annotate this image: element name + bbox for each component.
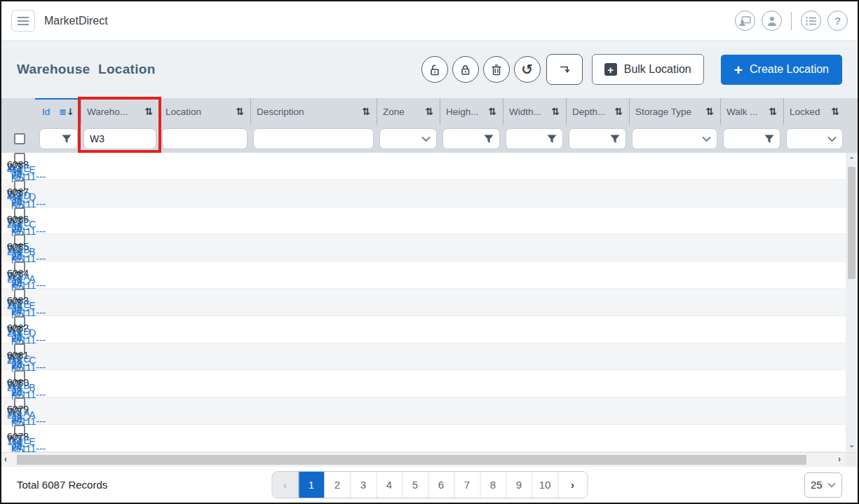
column-header-description[interactable]: Description⇅ [250,98,377,125]
column-label: Locked [790,107,820,117]
header-row: Id≡↓Wareho...⇅Location⇅Description⇅Zone⇅… [1,98,858,125]
chevron-down-icon [827,482,836,488]
column-header-storage_type[interactable]: Storage Type⇅ [629,98,720,125]
funnel-icon [610,135,620,144]
column-label: Width... [509,107,541,117]
page-button-10[interactable]: 10 [532,472,557,498]
filter-input-depth[interactable] [569,128,626,149]
filter-select-locked[interactable] [786,128,843,149]
column-label: Description [257,107,304,117]
topbar-divider [791,12,792,30]
page-size-select[interactable]: 25 [804,472,842,498]
column-label: Location [165,107,201,117]
table-row: 6081W32.1.C2_1_C363624---111---No [1,343,846,371]
column-header-height[interactable]: Heigh...⇅ [440,98,503,125]
page-button-2[interactable]: 2 [324,472,350,498]
filter-select-storage_type[interactable] [632,128,717,149]
filter-value: W3 [90,133,104,144]
page-button-3[interactable]: 3 [350,472,376,498]
page-size-value: 25 [811,479,823,491]
screenshare-button[interactable] [735,11,755,31]
topbar-actions: ? [735,11,848,31]
user-button[interactable] [762,11,782,31]
filter-input-width[interactable] [506,128,563,149]
horizontal-scrollbar[interactable]: ‹ › [1,452,858,467]
vertical-scroll-thumb[interactable] [848,167,855,279]
column-header-warehouse[interactable]: Wareho...⇅ [81,98,159,125]
scroll-left-icon[interactable]: ‹ [4,454,7,464]
page-button-6[interactable]: 6 [428,472,454,498]
table-row: 6080W32.1.B2_1_B363624---111---No [1,370,846,397]
filter-input-description[interactable] [253,128,374,149]
column-label: Storage Type [635,107,691,117]
sort-icon: ⇅ [705,106,714,117]
filter-input-walk[interactable] [723,128,780,149]
brand-title: MarketDirect [44,15,108,27]
sort-icon: ⇅ [362,106,370,117]
scroll-down-icon[interactable]: ⌄ [846,440,858,449]
trash-icon [491,64,502,76]
scroll-up-icon[interactable]: ⌃ [846,156,858,165]
list-button[interactable] [801,11,821,31]
horizontal-scroll-thumb[interactable] [17,455,806,465]
select-all-checkbox[interactable] [14,133,25,144]
column-header-locked[interactable]: Locked⇅ [783,98,846,125]
refresh-button[interactable]: ↺ [514,56,541,83]
refresh-icon: ↺ [521,62,533,76]
column-header-width[interactable]: Width...⇅ [503,98,566,125]
page-button-8[interactable]: 8 [480,472,506,498]
lock-button[interactable] [452,56,479,83]
pagination: ‹12345678910› [271,471,588,498]
filter-select-zone[interactable] [379,128,437,149]
column-header-zone[interactable]: Zone⇅ [377,98,440,125]
page-button-4[interactable]: 4 [376,472,402,498]
help-icon: ? [834,15,841,27]
sort-desc-icon: ≡↓ [59,107,74,117]
page-prev-button[interactable]: ‹ [272,472,298,498]
column-header-walk[interactable]: Walk ...⇅ [720,98,783,125]
column-label: Heigh... [446,107,479,117]
filter-input-height[interactable] [442,128,500,149]
column-label: Walk ... [726,107,758,117]
page-button-1[interactable]: 1 [298,472,324,498]
chevron-down-icon [827,136,837,142]
hamburger-menu-button[interactable] [11,10,35,32]
user-icon [767,16,777,26]
filter-input-id[interactable] [39,128,78,149]
vertical-scrollbar[interactable]: ⌃ ⌄ [846,153,858,452]
lock-icon [459,64,471,76]
create-location-label: Create Location [750,63,829,76]
table-row: 6087W34.2.D4_2_D363624---111---No [1,180,846,207]
sort-icon: ⇅ [551,106,560,117]
sort-icon: ⇅ [769,106,777,117]
unlock-button[interactable] [421,56,448,83]
titlebar: Warehouse Location [1,41,858,98]
bulk-location-button[interactable]: + Bulk Location [592,54,704,85]
filter-input-location[interactable] [162,128,248,149]
column-header-id[interactable]: Id≡↓ [36,98,81,125]
page-button-5[interactable]: 5 [402,472,428,498]
funnel-icon [547,135,557,144]
bulk-plus-icon: + [604,63,617,76]
page-next-button[interactable]: › [557,472,587,498]
help-button[interactable]: ? [827,11,848,31]
plus-icon: + [734,62,743,77]
table-row: 6084W32.2.A2_2_A363624---111---No [1,261,846,289]
page-title: Warehouse Location [17,62,156,77]
column-header-depth[interactable]: Depth...⇅ [566,98,629,125]
create-location-button[interactable]: + Create Location [721,55,842,85]
table-row: 6088W34.2.E4_2_E363624---111---No [1,153,846,180]
page-button-7[interactable]: 7 [454,472,480,498]
scroll-right-icon[interactable]: › [838,454,841,464]
column-header-location[interactable]: Location⇅ [159,98,250,125]
sorted-column-indicator [35,98,80,100]
page-button-9[interactable]: 9 [506,472,532,498]
transfer-button[interactable] [546,54,583,85]
delete-button[interactable] [483,56,510,83]
sort-icon: ⇅ [425,106,433,117]
sort-icon: ⇅ [488,106,496,117]
sort-icon: ⇅ [614,106,623,117]
toolbar: ↺ + Bulk Location + Create Location [417,54,842,85]
table-row: 6086W32.2.C2_2_C363624---111---No [1,207,846,235]
filter-input-warehouse[interactable]: W3 [83,128,156,149]
